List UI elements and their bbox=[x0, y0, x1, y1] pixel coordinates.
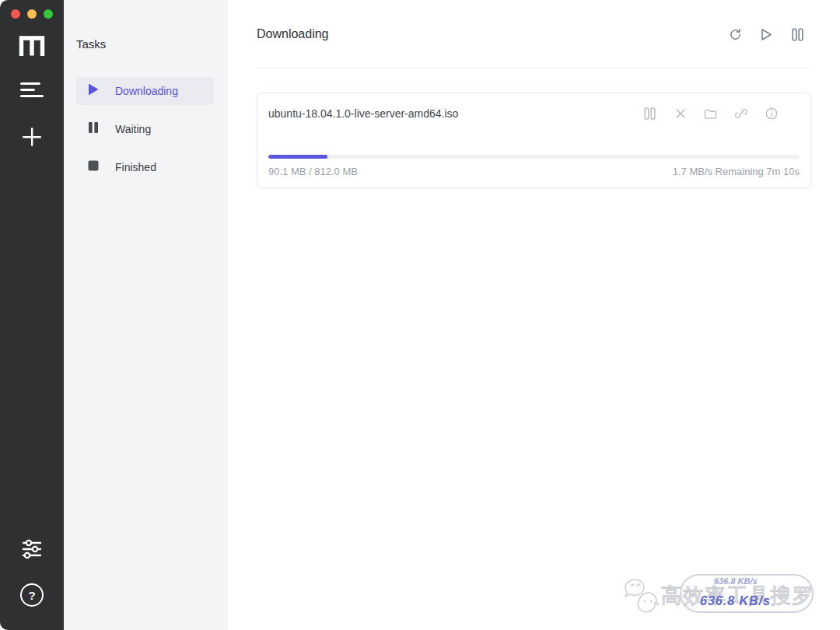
download-task-card: ubuntu-18.04.1.0-live-server-amd64.iso bbox=[257, 93, 811, 188]
folder-icon[interactable] bbox=[704, 107, 717, 121]
page-title: Downloading bbox=[257, 27, 329, 41]
tasks-sidebar: Tasks Downloading Waiting Finished bbox=[64, 0, 228, 630]
icon-rail: ? bbox=[0, 0, 64, 630]
task-list-menu-icon[interactable] bbox=[20, 81, 44, 98]
main-panel: Downloading ubuntu-18.04.1.0-live-server… bbox=[228, 0, 840, 630]
help-icon[interactable]: ? bbox=[20, 583, 44, 607]
link-icon[interactable] bbox=[734, 107, 747, 121]
task-filename: ubuntu-18.04.1.0-live-server-amd64.iso bbox=[268, 107, 458, 120]
zoom-window-button[interactable] bbox=[44, 9, 53, 19]
close-task-icon[interactable] bbox=[674, 107, 687, 121]
resume-all-icon[interactable] bbox=[759, 27, 773, 41]
watermark-speed: 636.8 KB/s bbox=[700, 594, 771, 608]
minimize-window-button[interactable] bbox=[27, 9, 37, 19]
refresh-icon[interactable] bbox=[728, 27, 742, 41]
speed-remaining-text: 1.7 MB/s Remaining 7m 10s bbox=[673, 166, 800, 177]
sidebar-title: Tasks bbox=[76, 37, 228, 51]
traffic-lights bbox=[11, 9, 53, 19]
sidebar-item-label: Downloading bbox=[115, 85, 178, 97]
sidebar-item-downloading[interactable]: Downloading bbox=[76, 77, 214, 105]
task-actions bbox=[643, 107, 800, 121]
add-task-icon[interactable] bbox=[21, 126, 43, 148]
play-icon bbox=[88, 83, 99, 99]
pause-icon bbox=[88, 121, 99, 137]
watermark-speed-small: 636.8 KB/s bbox=[714, 576, 758, 586]
stop-icon bbox=[88, 159, 99, 175]
motrix-logo bbox=[18, 34, 46, 56]
info-icon[interactable] bbox=[765, 107, 778, 121]
pause-task-icon[interactable] bbox=[643, 107, 656, 121]
watermark-account-name: 高效率工具搜罗 bbox=[661, 582, 814, 610]
main-header: Downloading bbox=[228, 0, 840, 68]
sidebar-item-label: Finished bbox=[115, 161, 156, 173]
sidebar-item-waiting[interactable]: Waiting bbox=[76, 115, 214, 143]
close-window-button[interactable] bbox=[11, 9, 20, 19]
watermark-pill-outline bbox=[680, 574, 814, 613]
progress-size-text: 90.1 MB / 812.0 MB bbox=[268, 166, 358, 177]
wechat-bubbles-icon bbox=[622, 577, 660, 616]
sidebar-item-finished[interactable]: Finished bbox=[76, 153, 214, 181]
help-glyph: ? bbox=[28, 589, 35, 602]
pause-all-icon[interactable] bbox=[790, 27, 804, 41]
preferences-icon[interactable] bbox=[21, 538, 43, 560]
sidebar-item-label: Waiting bbox=[115, 123, 151, 135]
motrix-window: ? Tasks Downloading Waiting Finished Dow bbox=[0, 0, 840, 630]
progress-bar bbox=[268, 155, 800, 159]
header-toolbar bbox=[728, 27, 804, 41]
watermark: 高效率工具搜罗 636.8 KB/s 636.8 KB/s bbox=[622, 572, 815, 616]
progress-fill bbox=[268, 155, 327, 159]
